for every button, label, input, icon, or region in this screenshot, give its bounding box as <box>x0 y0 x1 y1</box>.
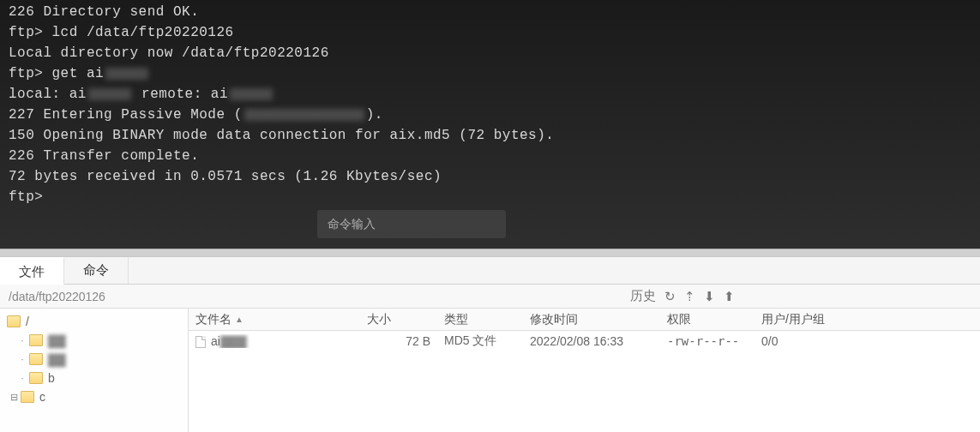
redacted-text: ▓▓▓ <box>220 334 247 348</box>
expand-icon[interactable]: · <box>17 373 27 383</box>
download-icon[interactable]: ⬇ <box>704 289 715 304</box>
redacted-text <box>230 88 273 100</box>
terminal-line: 226 Transfer complete. <box>9 146 971 166</box>
tree-label: ▓▓ <box>48 352 65 366</box>
column-header-mtime[interactable]: 修改时间 <box>523 312 660 327</box>
tree-item[interactable]: · b <box>0 369 188 387</box>
cell-mtime: 2022/02/08 16:33 <box>523 334 660 348</box>
cell-filename: ai▓▓▓ <box>189 334 360 348</box>
folder-icon <box>7 315 21 327</box>
list-body[interactable]: ai▓▓▓ 72 B MD5 文件 2022/02/08 16:33 -rw-r… <box>189 331 980 351</box>
tree-label: c <box>39 390 45 404</box>
refresh-icon[interactable]: ↻ <box>664 289 676 304</box>
cell-size: 72 B <box>360 334 437 348</box>
cell-type: MD5 文件 <box>437 333 523 349</box>
folder-icon <box>29 353 43 365</box>
file-icon <box>195 336 206 348</box>
tab-bar: 文件 命令 <box>0 257 980 285</box>
terminal-line: Local directory now /data/ftp20220126 <box>9 43 971 63</box>
path-bar: /data/ftp20220126 历史 ↻ ⇡ ⬇ ⬆ <box>0 285 980 309</box>
path-toolbar: 历史 ↻ ⇡ ⬇ ⬆ <box>630 288 975 304</box>
expand-icon[interactable]: · <box>17 335 27 345</box>
command-input[interactable]: 命令输入 <box>317 210 506 238</box>
terminal-line: ftp> lcd /data/ftp20220126 <box>9 22 971 43</box>
tree-label: ▓▓ <box>48 333 65 347</box>
column-header-owner[interactable]: 用户/用户组 <box>755 312 840 327</box>
tree-item[interactable]: ⊟ c <box>0 387 188 406</box>
redacted-text <box>105 68 148 80</box>
terminal-line: local: ai remote: ai <box>9 84 971 105</box>
cell-perm: -rw-r--r-- <box>660 334 755 348</box>
folder-icon <box>29 372 43 384</box>
upload-icon[interactable]: ⬆ <box>724 289 735 304</box>
file-list: 文件名 ▲ 大小 类型 修改时间 权限 用户/用户组 ai▓▓▓ 72 B MD… <box>189 309 980 432</box>
path-input[interactable]: /data/ftp20220126 <box>5 288 630 305</box>
tab-file[interactable]: 文件 <box>0 257 64 285</box>
expand-icon[interactable]: · <box>17 354 27 364</box>
terminal-line: 227 Entering Passive Mode (). <box>9 105 971 125</box>
column-header-perm[interactable]: 权限 <box>660 312 755 327</box>
filename-text: ai <box>211 334 220 348</box>
column-header-name[interactable]: 文件名 ▲ <box>189 312 360 327</box>
tree-item[interactable]: · ▓▓ <box>0 331 188 350</box>
collapse-icon[interactable]: ⊟ <box>9 392 19 403</box>
dual-pane: / · ▓▓ · ▓▓ · b ⊟ c <box>0 309 980 432</box>
file-browser-panel: 文件 命令 /data/ftp20220126 历史 ↻ ⇡ ⬇ ⬆ / · ▓… <box>0 257 980 432</box>
folder-icon <box>21 391 34 403</box>
terminal-line: ftp> get ai <box>9 63 971 84</box>
column-header-size[interactable]: 大小 <box>360 312 437 327</box>
redacted-text <box>244 109 364 121</box>
list-header: 文件名 ▲ 大小 类型 修改时间 权限 用户/用户组 <box>189 309 980 331</box>
pane-divider[interactable] <box>0 249 980 257</box>
folder-tree[interactable]: / · ▓▓ · ▓▓ · b ⊟ c <box>0 309 189 432</box>
redacted-text <box>88 88 131 100</box>
tree-label: / <box>26 315 29 328</box>
terminal-panel: 226 Directory send OK. ftp> lcd /data/ft… <box>0 0 980 249</box>
terminal-line: 226 Directory send OK. <box>9 2 971 22</box>
cell-owner: 0/0 <box>755 334 840 348</box>
history-button[interactable]: 历史 <box>630 288 656 304</box>
terminal-prompt[interactable]: ftp> <box>9 187 971 207</box>
column-label: 文件名 <box>195 312 231 327</box>
folder-icon <box>29 334 43 346</box>
terminal-line: 150 Opening BINARY mode data connection … <box>9 125 971 146</box>
tree-root[interactable]: / <box>0 312 188 331</box>
tab-command[interactable]: 命令 <box>64 257 129 284</box>
file-row[interactable]: ai▓▓▓ 72 B MD5 文件 2022/02/08 16:33 -rw-r… <box>189 331 980 351</box>
new-folder-icon[interactable]: ⇡ <box>684 289 695 304</box>
column-header-type[interactable]: 类型 <box>437 312 523 327</box>
tree-label: b <box>48 371 55 385</box>
terminal-line: 72 bytes received in 0.0571 secs (1.26 K… <box>9 166 971 187</box>
tree-item[interactable]: · ▓▓ <box>0 350 188 369</box>
sort-asc-icon: ▲ <box>235 315 243 324</box>
